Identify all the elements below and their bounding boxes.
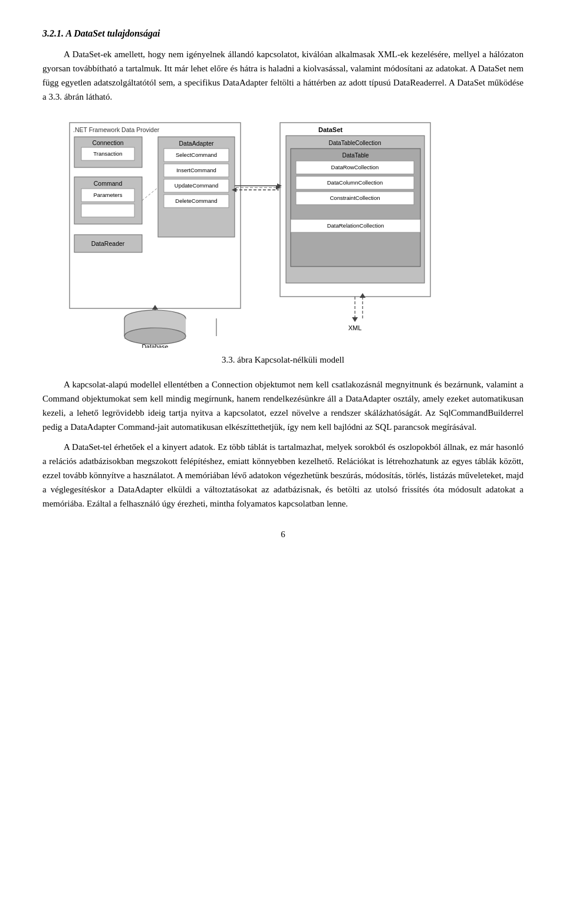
svg-text:XML: XML xyxy=(348,324,362,331)
svg-point-68 xyxy=(124,328,186,344)
page-number: 6 xyxy=(42,530,524,540)
svg-text:ConstraintCollection: ConstraintCollection xyxy=(330,195,380,201)
svg-text:SelectCommand: SelectCommand xyxy=(176,152,217,158)
svg-text:DataColumnCollection: DataColumnCollection xyxy=(327,179,383,186)
page-content: 3.2.1. A DataSet tulajdonságai A DataSet… xyxy=(42,28,524,511)
svg-text:DataReader: DataReader xyxy=(91,240,125,247)
paragraph-1: A DataSet-ek amellett, hogy nem igényeln… xyxy=(42,47,524,104)
svg-text:Command: Command xyxy=(94,180,123,187)
svg-text:Parameters: Parameters xyxy=(93,192,122,198)
svg-rect-26 xyxy=(81,204,134,217)
svg-text:Connection: Connection xyxy=(92,139,123,146)
svg-text:.NET Framework Data Provider: .NET Framework Data Provider xyxy=(73,126,160,133)
paragraph-4: A DataSet-tel érhetőek el a kinyert adat… xyxy=(42,440,524,511)
svg-text:InsertCommand: InsertCommand xyxy=(176,167,216,173)
diagram-svg: .NET Framework Data Provider Connection … xyxy=(65,118,501,348)
svg-text:Database: Database xyxy=(142,343,169,348)
svg-text:DataRelationCollection: DataRelationCollection xyxy=(327,222,384,229)
diagram-container: .NET Framework Data Provider Connection … xyxy=(42,118,524,348)
figure-caption: 3.3. ábra Kapcsolat-nélküli modell xyxy=(42,353,524,367)
svg-text:DataTableCollection: DataTableCollection xyxy=(329,140,381,146)
svg-text:UpdateCommand: UpdateCommand xyxy=(175,182,218,189)
svg-text:DataRowCollection: DataRowCollection xyxy=(331,164,379,170)
section-heading: 3.2.1. A DataSet tulajdonságai xyxy=(42,28,524,39)
svg-text:DeleteCommand: DeleteCommand xyxy=(175,198,217,204)
svg-text:Transaction: Transaction xyxy=(93,150,122,157)
svg-text:DataSet: DataSet xyxy=(318,126,343,133)
svg-text:DataAdapter: DataAdapter xyxy=(179,140,214,147)
paragraph-3: A kapcsolat-alapú modellel ellentétben a… xyxy=(42,377,524,434)
svg-text:DataTable: DataTable xyxy=(342,152,368,159)
